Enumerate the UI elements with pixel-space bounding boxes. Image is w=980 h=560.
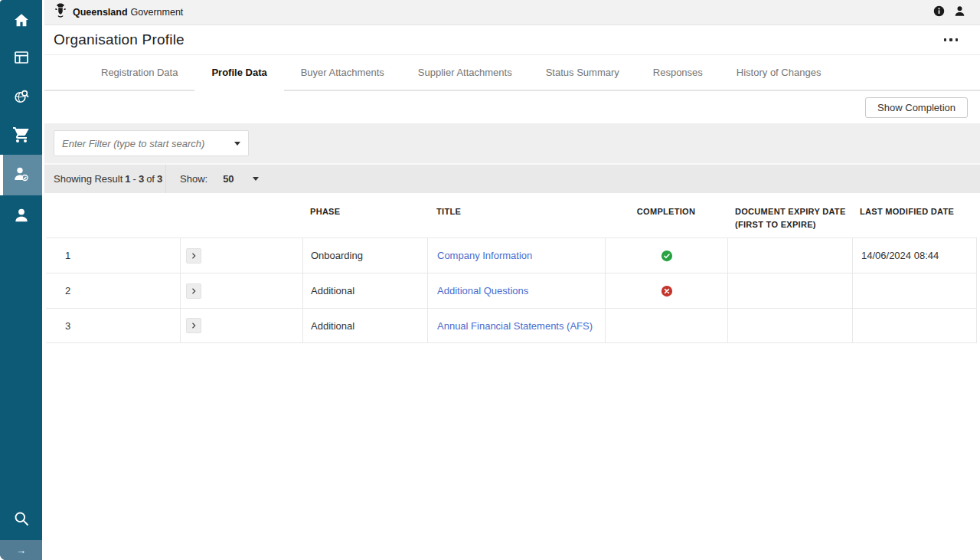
expiry-cell [727, 273, 852, 308]
coat-of-arms-icon [52, 2, 73, 23]
row-number: 1 [46, 238, 180, 273]
sidebar-item-user[interactable] [0, 198, 42, 236]
completion-failure-icon [660, 284, 674, 298]
supplier-profile-person-check-icon [12, 165, 31, 186]
cart-icon [12, 126, 31, 147]
show-completion-button[interactable]: Show Completion [865, 97, 968, 118]
chevron-down-icon[interactable] [253, 177, 259, 181]
results-range-separator: - [133, 173, 136, 185]
expand-row-button[interactable] [186, 318, 201, 333]
page-size-value: 50 [223, 173, 234, 185]
header-title: TITLE [427, 193, 605, 237]
expand-row-button[interactable] [186, 248, 201, 264]
sidebar: → [0, 0, 42, 560]
results-count: Showing Result 1 - 3 of 3 [44, 165, 166, 193]
table-row: 1 Onboarding Company Information 14/06/2… [46, 237, 977, 273]
sidebar-collapse-button[interactable]: → [0, 540, 42, 560]
home-icon [12, 11, 31, 33]
tab-buyer-attachments[interactable]: Buyer Attachments [284, 55, 401, 90]
filter-band [44, 123, 980, 163]
sidebar-item-home[interactable] [0, 3, 42, 41]
header-expander [180, 193, 302, 237]
expiry-cell [727, 309, 852, 342]
results-total: 3 [157, 173, 162, 185]
arrow-right-icon: → [16, 545, 26, 556]
title-link[interactable]: Annual Financial Statements (AFS) [437, 320, 593, 332]
queensland-government-logo[interactable]: Queensland Government [52, 2, 183, 23]
header-last-modified: LAST MODIFIED DATE [852, 193, 977, 237]
last-modified-cell: 14/06/2024 08:44 [852, 238, 977, 273]
dashboard-icon [12, 48, 31, 70]
title-link[interactable]: Company Information [437, 250, 532, 261]
table-header-row: PHASE TITLE COMPLETION DOCUMENT EXPIRY D… [46, 193, 977, 237]
results-range-end: 3 [139, 173, 144, 185]
title-bar: Organisation Profile [44, 25, 980, 55]
filter-combobox [54, 130, 249, 156]
main-content: Queensland Government Organisation Profi… [44, 0, 980, 560]
info-icon[interactable] [933, 5, 946, 21]
last-modified-cell [852, 309, 977, 342]
person-icon [12, 206, 31, 228]
tab-status-summary[interactable]: Status Summary [529, 55, 636, 90]
phase-cell: Onboarding [302, 238, 427, 273]
sidebar-item-supplier-profile[interactable] [0, 155, 42, 195]
toolbar: Show Completion [44, 91, 980, 123]
sidebar-item-dashboard[interactable] [0, 40, 42, 78]
results-count-label: Showing Result [54, 173, 122, 185]
page-size-label: Show: [180, 173, 207, 185]
table-row: 3 Additional Annual Financial Statements… [46, 308, 977, 343]
header-document-expiry: DOCUMENT EXPIRY DATE (FIRST TO EXPIRE) [727, 193, 852, 237]
tab-responses[interactable]: Responses [636, 55, 720, 90]
sourcing-globe-search-icon [12, 87, 31, 109]
row-number: 2 [46, 273, 180, 308]
results-range-start: 1 [125, 173, 130, 185]
header-phase: PHASE [302, 193, 427, 237]
table-row: 2 Additional Additional Questions [46, 273, 977, 308]
brand-name-bold: Queensland [73, 7, 128, 18]
last-modified-cell [852, 273, 977, 308]
title-link[interactable]: Additional Questions [437, 285, 528, 296]
brand-name-regular: Government [131, 7, 184, 18]
top-bar: Queensland Government [44, 0, 980, 25]
tab-registration-data[interactable]: Registration Data [84, 55, 194, 90]
results-of-label: of [146, 173, 155, 185]
page-title: Organisation Profile [54, 31, 185, 48]
search-icon [12, 509, 31, 531]
expand-row-button[interactable] [186, 283, 201, 299]
completion-empty-cell [605, 309, 727, 342]
account-icon[interactable] [953, 5, 966, 21]
more-options-button[interactable] [942, 34, 960, 46]
filter-input[interactable] [54, 138, 234, 149]
results-band: Showing Result 1 - 3 of 3 Show: 50 [44, 163, 980, 193]
completion-success-icon [660, 249, 674, 263]
header-number [46, 193, 180, 237]
chevron-down-icon[interactable] [234, 142, 240, 146]
tab-supplier-attachments[interactable]: Supplier Attachments [401, 55, 529, 90]
page-size-select[interactable]: Show: 50 [180, 173, 259, 185]
expiry-cell [727, 238, 852, 273]
tab-bar: Registration Data Profile Data Buyer Att… [44, 55, 980, 91]
sidebar-item-sourcing[interactable] [0, 79, 42, 117]
tab-history-of-changes[interactable]: History of Changes [720, 55, 838, 90]
row-number: 3 [46, 309, 180, 342]
phase-cell: Additional [302, 309, 427, 342]
sidebar-item-cart[interactable] [0, 117, 42, 156]
tab-profile-data[interactable]: Profile Data [194, 55, 283, 90]
phase-cell: Additional [302, 273, 427, 308]
sidebar-item-search[interactable] [0, 501, 42, 539]
profile-data-table: PHASE TITLE COMPLETION DOCUMENT EXPIRY D… [46, 193, 977, 343]
header-completion: COMPLETION [605, 193, 727, 237]
